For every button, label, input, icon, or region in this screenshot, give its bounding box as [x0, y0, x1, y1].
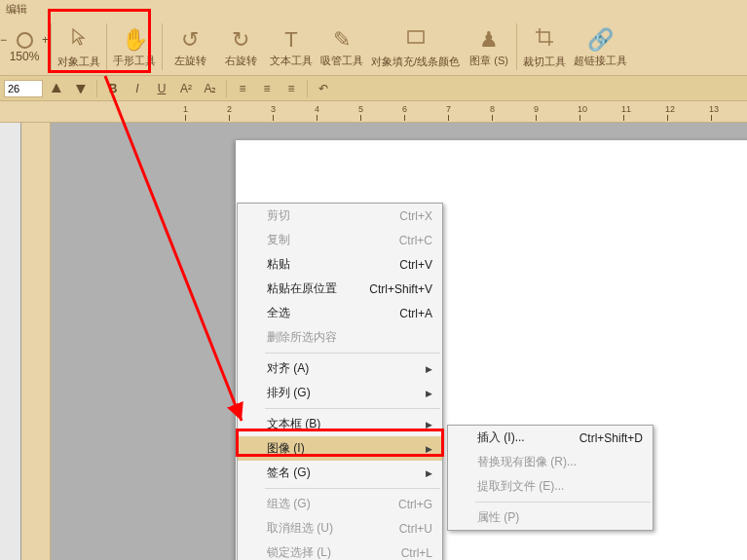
submenu-item: 属性 (P): [448, 505, 653, 530]
menu-item[interactable]: 文本框 (B)▶: [238, 412, 442, 436]
undo-button[interactable]: ↶: [313, 79, 334, 98]
menu-item[interactable]: 对齐 (A)▶: [238, 356, 442, 381]
text-tool-button[interactable]: T文本工具: [266, 19, 317, 75]
hyperlink-button[interactable]: 🔗超链接工具: [570, 19, 631, 75]
separator: [162, 23, 163, 70]
menu-item: 取消组选 (U)Ctrl+U: [238, 516, 442, 541]
fill-stroke-button[interactable]: 对象填充/线条颜色: [367, 19, 464, 75]
object-tool-button[interactable]: 对象工具: [54, 19, 104, 75]
stamp-icon: ♟: [479, 27, 499, 53]
horizontal-ruler: 1234567891011121314: [0, 101, 747, 123]
decrease-button[interactable]: ⯆: [70, 79, 92, 98]
crop-icon: [534, 26, 555, 54]
increase-button[interactable]: ⯅: [46, 79, 67, 98]
menu-item[interactable]: 粘贴Ctrl+V: [238, 252, 442, 277]
submenu-item: 替换现有图像 (R)...: [448, 450, 653, 474]
crop-button[interactable]: 裁切工具: [519, 19, 570, 75]
image-submenu: 插入 (I)...Ctrl+Shift+D替换现有图像 (R)...提取到文件 …: [447, 425, 654, 531]
zoom-value[interactable]: 150%: [10, 50, 40, 63]
menu-item: 删除所选内容: [238, 325, 442, 350]
separator: [96, 80, 97, 97]
eyedropper-button[interactable]: ✎吸管工具: [317, 19, 367, 75]
align-left-button[interactable]: ≡: [232, 79, 253, 98]
font-size-input[interactable]: [4, 80, 43, 97]
menu-item[interactable]: 签名 (G)▶: [238, 461, 442, 485]
menu-item[interactable]: 排列 (G)▶: [238, 381, 442, 405]
ribbon-title: 编辑: [0, 0, 747, 19]
align-right-button[interactable]: ≡: [280, 79, 302, 98]
tool-label: 超链接工具: [574, 55, 627, 66]
ribbon-tools: − + 150% 对象工具 ✋手形工具 ↺左旋转 ↻右旋转 T文本工具 ✎吸管工…: [0, 19, 747, 75]
separator: [106, 23, 107, 70]
cursor-icon: [68, 26, 90, 54]
menu-item: 组选 (G)Ctrl+G: [238, 492, 442, 516]
menu-item[interactable]: 全选Ctrl+A: [238, 301, 442, 325]
thumbnail-panel[interactable]: [0, 123, 21, 560]
context-menu: 剪切Ctrl+X复制Ctrl+C粘贴Ctrl+V粘贴在原位置Ctrl+Shift…: [237, 203, 443, 560]
vertical-ruler: [21, 123, 51, 560]
separator: [226, 80, 227, 97]
align-center-button[interactable]: ≡: [256, 79, 278, 98]
menu-item[interactable]: 粘贴在原位置Ctrl+Shift+V: [238, 277, 442, 301]
underline-button[interactable]: U: [151, 79, 172, 98]
tool-label: 裁切工具: [523, 56, 566, 67]
subscript-button[interactable]: A₂: [200, 79, 221, 98]
eyedropper-icon: ✎: [333, 27, 351, 53]
submenu-item[interactable]: 插入 (I)...Ctrl+Shift+D: [448, 426, 653, 450]
svg-rect-0: [408, 31, 424, 43]
superscript-button[interactable]: A²: [175, 79, 197, 98]
rotate-right-icon: ↻: [232, 27, 249, 53]
bold-button[interactable]: B: [102, 79, 124, 98]
tool-label: 对象工具: [57, 56, 100, 67]
tool-label: 文本工具: [270, 55, 313, 66]
separator: [51, 23, 52, 70]
rect-icon: [405, 26, 427, 54]
tool-label: 手形工具: [113, 55, 156, 66]
tool-label: 图章 (S): [469, 55, 508, 66]
rotate-right-button[interactable]: ↻右旋转: [215, 19, 266, 75]
hand-icon: ✋: [122, 27, 148, 53]
tool-label: 右旋转: [225, 55, 257, 66]
zoom-circle-icon: [17, 32, 33, 49]
menu-item: 复制Ctrl+C: [238, 228, 442, 252]
rotate-left-button[interactable]: ↺左旋转: [165, 19, 215, 75]
italic-button[interactable]: I: [127, 79, 148, 98]
zoom-out-button[interactable]: −: [0, 30, 15, 50]
submenu-item: 提取到文件 (E)...: [448, 474, 653, 499]
zoom-block: − + 150%: [0, 30, 49, 63]
separator: [516, 23, 517, 70]
menu-item: 锁定选择 (L)Ctrl+L: [238, 541, 442, 560]
menu-item[interactable]: 图像 (I)▶: [238, 436, 442, 461]
rotate-left-icon: ↺: [181, 27, 199, 53]
format-toolbar: ⯅ ⯆ B I U A² A₂ ≡ ≡ ≡ ↶: [0, 76, 747, 101]
stamp-button[interactable]: ♟图章 (S): [464, 19, 514, 75]
tool-label: 左旋转: [174, 55, 206, 66]
link-icon: 🔗: [587, 27, 614, 53]
text-icon: T: [284, 27, 297, 53]
hand-tool-button[interactable]: ✋手形工具: [109, 19, 160, 75]
tool-label: 吸管工具: [320, 55, 363, 66]
ribbon: 编辑 − + 150% 对象工具 ✋手形工具 ↺左旋转 ↻右旋转 T文本工具 ✎…: [0, 0, 747, 76]
separator: [307, 80, 308, 97]
tool-label: 对象填充/线条颜色: [371, 56, 460, 67]
menu-item: 剪切Ctrl+X: [238, 204, 442, 228]
